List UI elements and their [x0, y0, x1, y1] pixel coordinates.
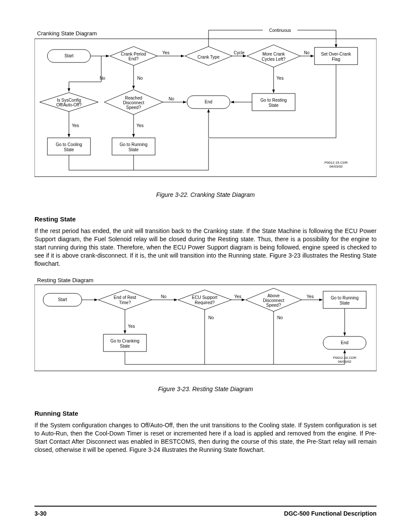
label-no-1: No: [304, 50, 310, 55]
node-crank-period-end-l2: End?: [128, 56, 139, 61]
label-yes-4: Yes: [137, 123, 143, 128]
file-mark-l2: 04/03/02: [329, 165, 343, 168]
label-no-r1: No: [161, 294, 167, 299]
node-ecu-l1: ECU Support: [192, 295, 218, 300]
label-no-4: No: [169, 96, 174, 101]
footer-rule: [34, 506, 377, 507]
footer-right: DGC-500 Functional Description: [284, 510, 377, 517]
caption-fig23: Figure 3-23. Resting State Diagram: [34, 386, 377, 392]
label-yes-2: Yes: [277, 76, 283, 81]
node-end2: End: [341, 340, 349, 345]
node-ecu-l2: Required?: [195, 300, 215, 305]
node-endrest-l2: Time?: [119, 300, 131, 305]
node-running-l1: Go to Running: [120, 142, 148, 147]
label-yes-3: Yes: [72, 123, 79, 128]
node-more-crank-l2: Cycles Left?: [262, 57, 285, 62]
caption-fig22: Figure 3-22. Cranking State Diagram: [34, 191, 377, 198]
label-continuous: Continuous: [269, 28, 291, 33]
diagram-title: Cranking State Diagram: [37, 30, 97, 37]
file-mark2-l1: P0012-16.CDR: [333, 356, 356, 360]
node-start2: Start: [58, 297, 67, 302]
node-reached-l3: Speed?: [126, 105, 141, 110]
label-no-3: No: [137, 76, 143, 81]
node-above-l3: Speed?: [266, 303, 281, 308]
label-no-r3: No: [277, 315, 283, 320]
node-above-l2: Disconnect: [263, 298, 284, 303]
diagram-title-2: Resting State Diagram: [37, 277, 93, 283]
node-more-crank-l1: More Crank: [262, 52, 285, 56]
node-crank-period-end-l1: Crank Period: [121, 52, 146, 56]
label-yes-r3: Yes: [128, 324, 135, 329]
body-resting: If the rest period has ended, the unit w…: [34, 227, 377, 268]
label-yes-1: Yes: [162, 50, 169, 55]
node-cooling-l2: State: [64, 147, 74, 152]
label-cycle: Cycle: [234, 50, 244, 55]
node-overcrank-l1: Set Over-Crank: [321, 52, 351, 56]
label-yes-r2: Yes: [307, 294, 314, 299]
node-endrest-l1: End of Rest: [114, 295, 136, 300]
node-resting-l1: Go to Resting: [260, 98, 286, 103]
label-no-r2: No: [209, 315, 214, 320]
resting-diagram: Resting State Diagram Start End of Rest …: [34, 276, 377, 377]
file-mark-l1: P0012-15.CDR: [324, 161, 348, 165]
node-resting-l2: State: [268, 103, 279, 108]
node-sysconfig-l1: Is SysConfig: [57, 98, 81, 103]
node-reached-l2: Disconnect: [123, 100, 144, 105]
label-yes-r1: Yes: [234, 294, 241, 299]
node-above-l1: Above: [268, 293, 280, 298]
node-running-l2: State: [128, 147, 139, 152]
file-mark2-l2: 04/03/02: [338, 360, 352, 364]
node-crank-type: Crank Type: [198, 55, 220, 59]
node-gorun-l1: Go to Running: [331, 296, 359, 300]
node-gorun-l2: State: [339, 301, 350, 305]
node-overcrank-l2: Flag: [332, 57, 340, 62]
label-no-2: No: [100, 76, 106, 81]
body-running: If the System configuration changes to O…: [34, 421, 377, 454]
footer-left: 3-30: [34, 510, 47, 517]
node-start: Start: [64, 53, 73, 58]
node-gocrank-l2: State: [120, 344, 130, 348]
node-gocrank-l1: Go to Cranking: [110, 339, 139, 343]
heading-resting: Resting State: [34, 215, 377, 223]
node-sysconfig-l2: Off/Auto-Off?: [56, 103, 82, 107]
heading-running: Running State: [34, 410, 377, 417]
cranking-diagram: Cranking State Diagram Continuous Start …: [34, 26, 377, 183]
node-cooling-l1: Go to Cooling: [56, 142, 82, 147]
node-end: End: [205, 100, 212, 104]
node-reached-l1: Reached: [125, 96, 142, 100]
